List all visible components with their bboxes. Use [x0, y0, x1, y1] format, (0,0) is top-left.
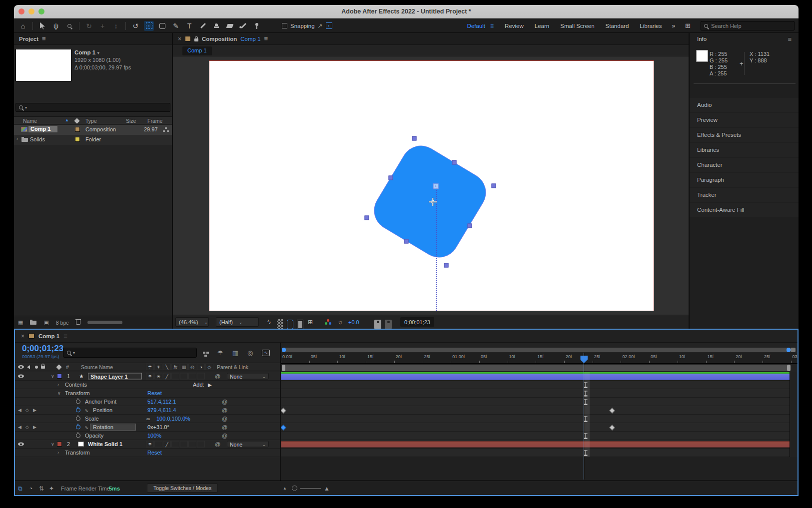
expand-folder-icon[interactable]: ›: [16, 136, 18, 141]
source-name-column-label[interactable]: Source Name: [81, 364, 113, 370]
expand-group-icon[interactable]: ›: [57, 382, 59, 387]
zoom-out-mountain-icon[interactable]: ▲: [283, 481, 287, 496]
home-tool-icon[interactable]: ⌂: [18, 21, 28, 31]
add-keyframe-icon[interactable]: ◇: [25, 425, 29, 430]
bounding-box-handle[interactable]: [404, 239, 409, 244]
panel-tab-character[interactable]: Character: [690, 158, 799, 172]
stopwatch-icon-active[interactable]: [76, 425, 80, 430]
magnification-select[interactable]: (46.4%)⌄: [175, 317, 209, 327]
comp-marker-bin[interactable]: [791, 348, 796, 352]
stopwatch-icon[interactable]: [76, 434, 80, 438]
parent-pickwhip-icon[interactable]: @: [215, 441, 220, 447]
in-out-columns-icon[interactable]: ⇅: [39, 481, 44, 496]
add-property-icon[interactable]: ▶: [208, 382, 212, 388]
bounding-box-handle[interactable]: [492, 184, 496, 188]
track-row[interactable]: [281, 423, 798, 432]
layer-color-swatch[interactable]: [57, 442, 62, 447]
dolly-camera-tool-icon[interactable]: ↕: [111, 21, 121, 31]
stopwatch-icon[interactable]: [76, 400, 80, 404]
project-bit-depth[interactable]: 8 bpc: [56, 320, 69, 326]
panel-tab-content-aware-fill[interactable]: Content-Aware Fill: [690, 203, 799, 217]
property-row-opacity[interactable]: Opacity 100% @: [15, 432, 280, 440]
timeline-panel-menu-icon[interactable]: ≡: [63, 332, 67, 340]
layer-name[interactable]: White Solid 1: [88, 441, 122, 447]
stopwatch-icon-active[interactable]: [76, 408, 80, 413]
draft-3d-icon[interactable]: ◔: [29, 481, 32, 496]
viewer-comp-name[interactable]: Comp 1: [240, 36, 260, 42]
comp-info-name[interactable]: Comp 1: [74, 49, 95, 55]
eraser-tool-icon[interactable]: [225, 21, 235, 31]
orbit-camera-tool-icon[interactable]: ↻: [84, 21, 94, 31]
property-label[interactable]: Scale: [85, 416, 99, 422]
viewer-timecode[interactable]: 0;00;01;23: [400, 317, 434, 327]
project-row-solids[interactable]: › Solids Folder: [14, 135, 172, 145]
track-row[interactable]: [281, 381, 798, 389]
rotation-tool-icon[interactable]: ↺: [130, 21, 140, 31]
column-size[interactable]: Size: [126, 118, 136, 124]
property-row-position[interactable]: ◀ ◇ ▶ ∿ Position 979.4,611.4 @: [15, 406, 280, 415]
workspace-overflow-button[interactable]: »: [672, 22, 675, 29]
property-label[interactable]: Anchor Point: [85, 399, 116, 405]
property-row-scale[interactable]: Scale ∞ 100.0,100.0% @: [15, 415, 280, 423]
property-group-transform-solid[interactable]: › Transform Reset: [15, 449, 280, 457]
property-pickwhip-icon[interactable]: @: [222, 433, 227, 439]
comp-info-dropdown-icon[interactable]: ▾: [97, 50, 99, 55]
snapping-checkbox[interactable]: [282, 23, 287, 28]
layer-row-shape-layer-1[interactable]: ∨ 1 ★ Shape Layer 1 ☂☀╱ @ None⌄: [15, 372, 280, 381]
delete-item-icon[interactable]: [76, 320, 80, 325]
property-row-anchor-point[interactable]: Anchor Point 517.4,112.1 @: [15, 398, 280, 406]
project-panel-menu-icon[interactable]: ≡: [42, 35, 46, 42]
column-name[interactable]: Name: [23, 118, 37, 124]
brush-tool-icon[interactable]: [198, 21, 208, 31]
selection-tool-icon[interactable]: [37, 21, 47, 31]
project-row-comp1[interactable]: Comp 1 Composition 29.97: [14, 125, 172, 135]
constrain-proportions-icon[interactable]: ∞: [146, 416, 150, 422]
roto-brush-tool-icon[interactable]: [238, 21, 248, 31]
track-row[interactable]: [281, 440, 798, 449]
group-label[interactable]: Contents: [65, 382, 87, 388]
workspace-standard[interactable]: Standard: [606, 23, 629, 29]
property-pickwhip-icon[interactable]: @: [222, 416, 227, 422]
eye-icon[interactable]: [18, 443, 24, 446]
time-navigator-bar[interactable]: [282, 348, 791, 352]
property-pickwhip-icon[interactable]: @: [222, 399, 227, 405]
project-item-name[interactable]: Solids: [30, 136, 45, 142]
track-scrollbar-strip[interactable]: [790, 372, 798, 457]
stopwatch-icon[interactable]: [76, 417, 80, 421]
time-ruler[interactable]: 0:00f05f10f15f20f25f01:00f05f10f15f20f25…: [281, 353, 798, 364]
bounding-box-handle[interactable]: [468, 224, 472, 228]
track-row[interactable]: [281, 449, 798, 457]
pen-tool-icon[interactable]: ✎: [171, 21, 181, 31]
snapshot-icon[interactable]: [374, 320, 381, 329]
timeline-search-field[interactable]: ▾: [63, 348, 197, 358]
layer-duration-bar-solid[interactable]: [281, 441, 791, 448]
show-snapshot-icon[interactable]: [385, 320, 392, 329]
horizontal-scrollbar[interactable]: [87, 321, 122, 324]
eye-icon[interactable]: [18, 375, 24, 378]
track-row[interactable]: [281, 406, 798, 415]
snap-bounds-icon[interactable]: [326, 22, 332, 29]
pan-camera-tool-icon[interactable]: +: [97, 21, 107, 31]
region-of-interest-icon[interactable]: [297, 320, 303, 329]
property-label[interactable]: Position: [93, 407, 112, 413]
property-value[interactable]: 100%: [147, 433, 161, 439]
property-pickwhip-icon[interactable]: @: [222, 407, 227, 413]
collapse-group-icon[interactable]: ∨: [57, 391, 61, 396]
mini-flowchart-icon[interactable]: [203, 352, 205, 354]
info-panel-title[interactable]: Info: [697, 36, 707, 42]
camera-wireframe-icon[interactable]: ⊞: [308, 317, 313, 327]
track-row[interactable]: [281, 415, 798, 423]
close-tab-icon[interactable]: ×: [21, 333, 24, 340]
property-pickwhip-icon[interactable]: @: [222, 424, 227, 430]
bounding-box-handle[interactable]: [444, 263, 449, 268]
current-timecode[interactable]: 0;00;01;23: [22, 344, 63, 354]
layer-row-white-solid-1[interactable]: ∨ 2 White Solid 1 ☂╱ @ None⌄: [15, 440, 280, 449]
prev-keyframe-icon[interactable]: ◀: [18, 425, 21, 430]
type-tool-icon[interactable]: T: [184, 21, 194, 31]
layer-duration-bar-shape[interactable]: [281, 374, 791, 380]
viewer-panel-title[interactable]: Composition: [202, 36, 237, 42]
parent-link-column-label[interactable]: Parent & Link: [217, 364, 248, 370]
add-keyframe-icon[interactable]: ◇: [25, 408, 29, 413]
reset-link[interactable]: Reset: [147, 390, 162, 396]
track-row[interactable]: [281, 432, 798, 440]
